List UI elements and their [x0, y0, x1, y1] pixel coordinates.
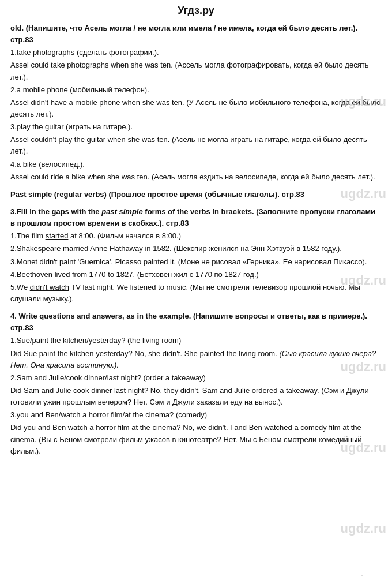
s3-item-4: 4.Beethoven lived from 1770 to 1827. (Бе…	[10, 269, 382, 280]
item-4-label: 4.a bike (велосипед.).	[10, 159, 382, 170]
item-3-answer: Assel couldn't play the guitar when she …	[10, 134, 382, 157]
s3-item-2: 2.Shakespeare married Anne Hathaway in 1…	[10, 243, 382, 255]
watermark-6: ugdz.ru	[341, 521, 386, 536]
section3-title: 3.Fill in the gaps with the past simple …	[10, 206, 382, 229]
s4-item-2-prompt: 2.Sam and Julie/cook dinner/last night? …	[10, 372, 382, 384]
item-2-label: 2.a mobile phone (мобильный телефон).	[10, 84, 382, 96]
section2-title: Past simple (regular verbs) (Прошлое про…	[10, 189, 382, 200]
item-1-answer: Assel could take photographs when she wa…	[10, 59, 382, 83]
item-1-label: 1.take photographs (сделать фотографии.)…	[10, 47, 382, 58]
section-4: 4. Write questions and answers, as in th…	[10, 311, 382, 457]
section-1: old. (Напишите, что Асель могла / не мог…	[10, 23, 382, 183]
section4-title: 4. Write questions and answers, as in th…	[10, 311, 382, 334]
item-2-answer: Assel didn't have a mobile phone when sh…	[10, 97, 382, 120]
section-2: Past simple (regular verbs) (Прошлое про…	[10, 189, 382, 200]
site-title: Угдз.ру	[178, 5, 214, 16]
section1-title: old. (Напишите, что Асель могла / не мог…	[10, 23, 382, 46]
item-3-label: 3.play the guitar (играть на гитаре.).	[10, 121, 382, 133]
watermark-7: ugdz.ru	[341, 573, 386, 576]
item-4-answer: Assel could ride a bike when she was ten…	[10, 171, 382, 183]
s4-item-1-answer: Did Sue paint the kitchen yesterday? No,…	[10, 348, 382, 371]
s4-item-3-prompt: 3.you and Ben/watch a horror film/at the…	[10, 409, 382, 421]
section-3: 3.Fill in the gaps with the past simple …	[10, 206, 382, 305]
s4-item-1-prompt: 1.Sue/paint the kitchen/yesterday? (the …	[10, 335, 382, 346]
s3-item-5: 5.We didn't watch TV last night. We list…	[10, 282, 382, 305]
s3-item-1: 1.The film started at 8:00. (Фильм начал…	[10, 230, 382, 242]
site-header: Угдз.ру	[0, 0, 392, 19]
s4-item-3-answer: Did you and Ben watch a horror film at t…	[10, 422, 382, 457]
s3-item-3: 3.Monet didn't paint 'Guernica'. Picasso…	[10, 256, 382, 268]
s4-item-2-answer: Did Sam and Julie cook dinner last night…	[10, 385, 382, 408]
